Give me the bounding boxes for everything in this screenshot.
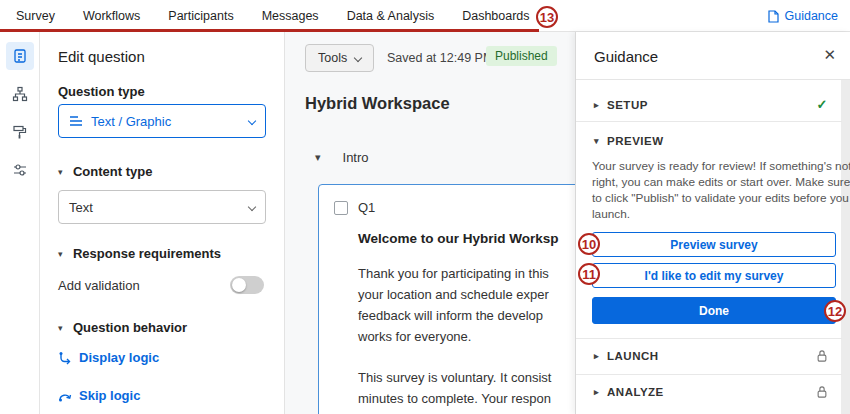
caret-down-icon: ▾: [58, 323, 63, 333]
question-paragraph-2: This survey is voluntary. It consist min…: [358, 367, 551, 414]
lock-icon: [816, 385, 828, 399]
question-behavior-label: Question behavior: [73, 320, 187, 335]
caret-right-icon: ▸: [594, 387, 599, 397]
nav-item-data-analysis[interactable]: Data & Analysis: [347, 9, 435, 23]
saved-status: Saved at 12:49 PM: [387, 51, 493, 65]
guidance-section-launch[interactable]: ▸ LAUNCH: [576, 338, 842, 372]
content-type-select[interactable]: Text: [58, 190, 266, 224]
top-nav-items: Survey Workflows Participants Messages D…: [0, 9, 530, 23]
caret-down-icon: ▾: [315, 151, 321, 164]
caret-down-icon: ▾: [594, 136, 599, 146]
skip-logic-icon: [58, 389, 72, 403]
annotation-circle-11: 11: [578, 263, 600, 285]
response-requirements-label: Response requirements: [73, 246, 221, 261]
edit-question-panel: Edit question Question type Text / Graph…: [40, 32, 285, 414]
add-validation-toggle[interactable]: [230, 276, 264, 294]
annotation-underline: [0, 29, 539, 32]
question-type-value: Text / Graphic: [91, 114, 243, 129]
nav-item-messages[interactable]: Messages: [262, 9, 319, 23]
analyze-label: ANALYZE: [607, 386, 816, 398]
skip-logic-label: Skip logic: [79, 388, 140, 403]
content-type-value: Text: [69, 200, 243, 215]
chevron-down-icon: [354, 54, 362, 62]
tools-button[interactable]: Tools: [305, 44, 374, 72]
add-validation-label: Add validation: [58, 278, 140, 293]
nav-item-workflows[interactable]: Workflows: [83, 9, 140, 23]
caret-down-icon: ▾: [58, 167, 63, 177]
guidance-link-label: Guidance: [784, 9, 838, 23]
launch-label: LAUNCH: [607, 350, 816, 362]
display-logic-label: Display logic: [79, 350, 159, 365]
caret-right-icon: ▸: [594, 351, 599, 361]
preview-label: PREVIEW: [607, 135, 828, 147]
guidance-panel: Guidance ✕ ▸ SETUP ✓ ▾ PREVIEW Your surv…: [575, 32, 850, 414]
response-requirements-header[interactable]: ▾ Response requirements: [58, 244, 221, 262]
survey-builder-icon[interactable]: [6, 42, 34, 70]
content-type-label: Content type: [73, 164, 152, 179]
done-button[interactable]: Done: [592, 297, 836, 324]
chevron-down-icon: [248, 117, 256, 125]
annotation-circle-10: 10: [578, 233, 600, 255]
nav-item-dashboards[interactable]: Dashboards: [462, 9, 529, 23]
published-badge: Published: [486, 46, 557, 66]
guidance-section-analyze[interactable]: ▸ ANALYZE: [576, 374, 842, 408]
survey-title: Hybrid Workspace: [305, 94, 450, 113]
nav-item-survey[interactable]: Survey: [16, 9, 55, 23]
guidance-link[interactable]: Guidance: [768, 0, 838, 32]
display-logic-link[interactable]: Display logic: [58, 350, 159, 365]
question-title: Welcome to our Hybrid Worksp: [358, 231, 559, 246]
question-paragraph-1: Thank you for participating in this your…: [358, 263, 549, 347]
caret-right-icon: ▸: [594, 100, 599, 110]
chevron-down-icon: [248, 203, 256, 211]
question-checkbox[interactable]: [334, 201, 348, 215]
lock-icon: [816, 349, 828, 363]
guidance-section-preview[interactable]: ▾ PREVIEW: [576, 124, 842, 158]
setup-label: SETUP: [607, 99, 817, 111]
question-behavior-header[interactable]: ▾ Question behavior: [58, 318, 187, 336]
preview-description: Your survey is ready for review! If some…: [592, 158, 850, 222]
caret-down-icon: ▾: [58, 249, 63, 259]
panel-title: Edit question: [58, 48, 145, 65]
question-type-label: Question type: [58, 84, 145, 99]
preview-survey-button[interactable]: Preview survey: [592, 232, 836, 257]
survey-options-icon[interactable]: [6, 156, 34, 184]
annotation-circle-12: 12: [824, 300, 846, 322]
skip-logic-link[interactable]: Skip logic: [58, 388, 140, 403]
annotation-circle-13: 13: [536, 6, 558, 28]
block-header-intro[interactable]: ▾ Intro: [315, 150, 369, 165]
question-id: Q1: [358, 200, 375, 215]
toggle-knob: [232, 278, 246, 292]
survey-flow-icon[interactable]: [6, 80, 34, 108]
content-type-header[interactable]: ▾ Content type: [58, 162, 152, 180]
left-icon-rail: [0, 32, 40, 414]
top-nav: Survey Workflows Participants Messages D…: [0, 0, 850, 32]
nav-item-participants[interactable]: Participants: [168, 9, 233, 23]
tools-label: Tools: [318, 51, 347, 65]
guidance-doc-icon: [768, 10, 779, 23]
text-graphic-icon: [69, 115, 83, 127]
look-and-feel-icon[interactable]: [6, 118, 34, 146]
guidance-title: Guidance: [594, 48, 658, 65]
guidance-scrollbar[interactable]: [841, 80, 850, 414]
guidance-header: Guidance ✕: [576, 32, 850, 80]
display-logic-icon: [58, 351, 72, 365]
block-name: Intro: [343, 150, 369, 165]
edit-survey-button[interactable]: I'd like to edit my survey: [592, 263, 836, 288]
guidance-section-setup[interactable]: ▸ SETUP ✓: [576, 88, 842, 122]
close-icon[interactable]: ✕: [823, 46, 836, 64]
question-type-select[interactable]: Text / Graphic: [58, 104, 266, 138]
checkmark-icon: ✓: [817, 97, 828, 112]
